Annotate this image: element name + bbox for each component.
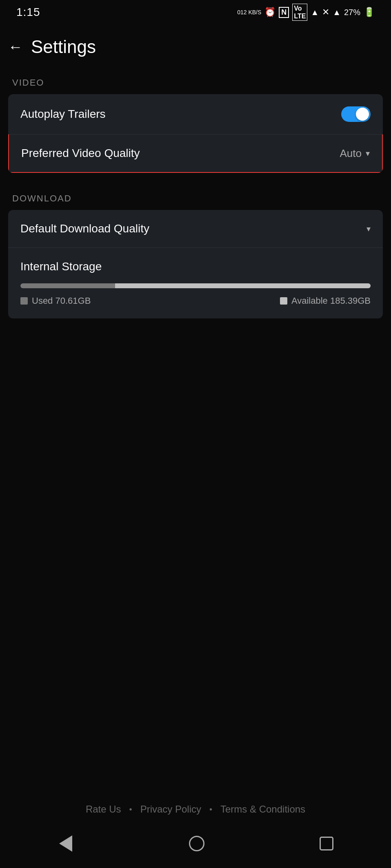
settings-header: ← Settings xyxy=(0,24,391,69)
battery-percentage: 27% xyxy=(344,8,360,17)
status-icons: 012 KB/S ⏰ N VoLTE ▲ ✕ ▲ 27% 🔋 xyxy=(237,4,375,21)
chevron-down-icon: ▾ xyxy=(366,148,370,158)
preferred-video-quality-value: Auto ▾ xyxy=(340,147,370,160)
internal-storage-row: Internal Storage Used 70.61GB Available … xyxy=(8,247,383,318)
download-section-label: DOWNLOAD xyxy=(0,185,391,210)
autoplay-trailers-toggle[interactable] xyxy=(341,106,371,122)
storage-bar-available xyxy=(115,283,371,288)
status-bar: 1:15 012 KB/S ⏰ N VoLTE ▲ ✕ ▲ 27% 🔋 xyxy=(0,0,391,24)
storage-used-legend: Used 70.61GB xyxy=(20,296,91,306)
nav-back-button[interactable] xyxy=(58,837,74,850)
storage-available-legend: Available 185.39GB xyxy=(280,296,371,306)
preferred-video-quality-label: Preferred Video Quality xyxy=(21,147,140,160)
navigation-bar xyxy=(0,823,391,868)
recents-square-icon xyxy=(320,837,333,850)
autoplay-trailers-row: Autoplay Trailers xyxy=(8,94,383,134)
alarm-icon: ⏰ xyxy=(264,7,275,18)
preferred-video-quality-text: Auto xyxy=(340,147,362,160)
storage-bar xyxy=(20,283,371,288)
status-time: 1:15 xyxy=(16,6,40,19)
volte-icon: VoLTE xyxy=(292,4,307,21)
page-title: Settings xyxy=(31,37,96,57)
nav-home-button[interactable] xyxy=(189,836,204,851)
toggle-knob xyxy=(356,108,369,121)
default-download-quality-row[interactable]: Default Download Quality ▾ xyxy=(8,210,383,247)
signal-icon: ✕ xyxy=(322,7,329,18)
privacy-policy-link[interactable]: Privacy Policy xyxy=(140,804,201,815)
footer-dot-2: • xyxy=(209,805,212,814)
storage-available-label: Available 185.39GB xyxy=(291,296,371,306)
available-square-icon xyxy=(280,297,287,305)
internal-storage-title: Internal Storage xyxy=(20,260,102,273)
video-section-label: VIDEO xyxy=(0,69,391,94)
back-triangle-icon xyxy=(59,835,72,852)
back-button[interactable]: ← xyxy=(8,38,23,55)
autoplay-trailers-label: Autoplay Trailers xyxy=(20,108,106,121)
default-download-quality-label: Default Download Quality xyxy=(20,222,149,235)
battery-icon: 🔋 xyxy=(364,7,375,18)
cell-signal-icon: ▲ xyxy=(333,8,341,17)
wifi-icon: ▲ xyxy=(311,8,319,17)
storage-legend: Used 70.61GB Available 185.39GB xyxy=(20,296,371,306)
footer-links: Rate Us • Privacy Policy • Terms & Condi… xyxy=(0,804,391,815)
used-square-icon xyxy=(20,297,28,305)
rate-us-link[interactable]: Rate Us xyxy=(86,804,121,815)
video-settings-card: Autoplay Trailers Preferred Video Qualit… xyxy=(8,94,383,173)
home-circle-icon xyxy=(189,836,204,851)
storage-bar-used xyxy=(20,283,115,288)
download-settings-card: Default Download Quality ▾ Internal Stor… xyxy=(8,210,383,318)
nfc-icon: N xyxy=(279,7,289,18)
chevron-down-icon-download: ▾ xyxy=(367,224,371,234)
status-data-speed: 012 KB/S xyxy=(237,9,261,16)
preferred-video-quality-row[interactable]: Preferred Video Quality Auto ▾ xyxy=(8,134,383,173)
nav-recents-button[interactable] xyxy=(320,837,333,850)
terms-conditions-link[interactable]: Terms & Conditions xyxy=(220,804,305,815)
storage-used-label: Used 70.61GB xyxy=(32,296,91,306)
footer-dot-1: • xyxy=(129,805,132,814)
